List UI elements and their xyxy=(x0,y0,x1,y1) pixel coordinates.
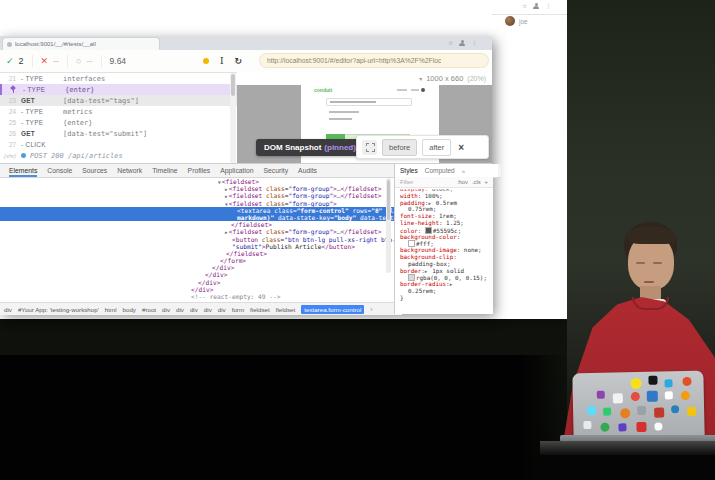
dom-tree-node[interactable]: </fieldset> xyxy=(0,250,394,257)
breadcrumb-item[interactable]: div xyxy=(218,306,226,313)
css-declaration[interactable]: width: 100%; xyxy=(400,193,490,200)
scrollbar-thumb[interactable] xyxy=(387,180,390,220)
profile-icon[interactable] xyxy=(533,3,539,9)
css-declaration[interactable]: display: block; xyxy=(400,189,490,193)
test-command-row[interactable]: 26GET[data-test="submit"] xyxy=(0,128,237,139)
command-log: 21- TYPEinterfaces- TYPE{enter}23GET[dat… xyxy=(0,73,237,163)
line-number: 24 xyxy=(0,108,16,115)
dom-tree-node[interactable]: </div> xyxy=(0,264,394,271)
filter-input[interactable]: Filter xyxy=(400,179,413,185)
dom-tree-node[interactable]: ▶<fieldset class="form-group">…</fieldse… xyxy=(0,185,394,192)
avatar[interactable] xyxy=(505,16,515,26)
reload-icon[interactable]: ↻ xyxy=(235,56,243,66)
dom-tree-node[interactable]: markdown)" data-state-key="body" data-te… xyxy=(0,214,394,221)
star-icon[interactable]: ☆ xyxy=(522,2,527,9)
css-declaration[interactable]: color: #55595c; xyxy=(400,227,490,234)
dom-tree-node[interactable]: </div> xyxy=(0,271,394,278)
more-tabs-icon[interactable]: » xyxy=(462,168,465,174)
dom-tree-node[interactable]: ▶<fieldset class="form-group">…</fieldse… xyxy=(0,192,394,199)
css-declaration[interactable]: 0.75rem; xyxy=(400,206,490,213)
test-command-row[interactable]: 25- TYPE{enter} xyxy=(0,117,237,128)
dom-tree-node[interactable]: <button class="btn btn-lg pull-xs-right … xyxy=(0,236,394,243)
css-declaration[interactable]: 0.25rem; xyxy=(400,288,490,295)
presenter-photo xyxy=(540,0,715,480)
test-command-row[interactable]: 24- TYPEmetrics xyxy=(0,106,237,117)
dom-tree-node[interactable]: ▼<fieldset class="form-group"> xyxy=(0,200,394,207)
viewport-label[interactable]: ▾ 1000 x 660 (20%) xyxy=(419,74,486,83)
star-icon[interactable]: ☆ xyxy=(448,39,453,46)
before-button[interactable]: before xyxy=(382,139,417,156)
css-declaration[interactable]: line-height: 1.25; xyxy=(400,220,490,227)
breadcrumb-item[interactable]: fieldset xyxy=(250,306,270,313)
dom-tree-node[interactable]: </form> xyxy=(0,257,394,264)
devtools-tab-network[interactable]: Network xyxy=(117,164,142,177)
profile-icon[interactable] xyxy=(459,40,465,46)
test-command-row[interactable]: 21- TYPEinterfaces xyxy=(0,73,237,84)
breadcrumb-item[interactable]: div xyxy=(4,306,12,313)
devtools-tab-security[interactable]: Security xyxy=(264,164,289,177)
css-declaration[interactable]: #fff; xyxy=(400,240,490,247)
css-declaration[interactable]: rgba(0, 0, 0, 0.15); xyxy=(400,274,490,281)
dom-tree-node[interactable]: "submit">Publish Article</button> xyxy=(0,243,394,250)
css-declaration[interactable]: border-radius:▶ xyxy=(400,281,490,288)
after-button[interactable]: after xyxy=(422,139,451,156)
devtools-tab-elements[interactable]: Elements xyxy=(9,164,37,177)
breadcrumb-item[interactable]: textarea.form-control xyxy=(301,305,364,314)
devtools-tab-audits[interactable]: Audits xyxy=(298,164,317,177)
test-command-row[interactable]: (xhr)POST 200 /api/articles xyxy=(0,150,237,161)
dom-tree-node[interactable]: <!-- react-empty: 49 --> xyxy=(0,293,394,300)
breadcrumb-item[interactable]: div xyxy=(204,306,212,313)
devtools-tab-profiles[interactable]: Profiles xyxy=(188,164,211,177)
breadcrumb-item[interactable]: #Your App: 'testing-workshop' xyxy=(18,306,99,313)
breadcrumb-item[interactable]: body xyxy=(123,306,136,313)
dom-tree-node[interactable]: ▼<fieldset> xyxy=(0,178,394,185)
breadcrumb-item[interactable]: fieldset xyxy=(276,306,296,313)
breadcrumb-item[interactable]: form xyxy=(232,306,244,313)
presenter-hairline xyxy=(627,226,675,244)
devtools-tab-timeline[interactable]: Timeline xyxy=(152,164,177,177)
menu-icon[interactable]: ⋮ xyxy=(471,39,477,46)
css-declaration[interactable]: background-clip: xyxy=(400,254,490,261)
css-declaration[interactable]: padding-box; xyxy=(400,261,490,268)
css-declaration[interactable]: font-size: 1rem; xyxy=(400,213,490,220)
laptop-sticker xyxy=(597,391,605,399)
laptop-sticker xyxy=(618,423,626,431)
breadcrumb-item[interactable]: #root xyxy=(142,306,156,313)
browser-tab[interactable]: localhost:9001/__/#/tests/__all xyxy=(2,37,160,50)
scrollbar-thumb[interactable] xyxy=(231,74,235,96)
dom-tree-node[interactable]: ▶<fieldset class="form-group">…</fieldse… xyxy=(0,228,394,235)
breadcrumb-item[interactable]: div xyxy=(162,306,170,313)
test-stats: ✓ 2 ✕ -- ○ -- 9.64 xyxy=(6,50,126,72)
css-declaration[interactable]: border:▶ 1px solid xyxy=(400,268,490,275)
selector-playground-icon[interactable]: I xyxy=(220,56,224,66)
css-declaration[interactable]: background-image: none; xyxy=(400,247,490,254)
tab-computed[interactable]: Computed xyxy=(425,167,455,174)
new-rule-button[interactable]: + xyxy=(485,179,488,185)
pseudo-toggle[interactable]: :hov xyxy=(457,179,468,185)
breadcrumb-scroll-icon[interactable]: › xyxy=(370,306,372,313)
breadcrumb: div#Your App: 'testing-workshop'htmlbody… xyxy=(0,302,402,315)
test-command-row[interactable]: 27- CLICK xyxy=(0,139,237,150)
unpin-icon[interactable] xyxy=(362,140,377,155)
dom-tree-node[interactable]: </div> xyxy=(0,279,394,286)
command-name: GET xyxy=(21,97,63,104)
test-command-row[interactable]: - TYPE{enter} xyxy=(0,84,237,95)
tab-styles[interactable]: Styles xyxy=(400,167,418,174)
test-command-row[interactable]: 23GET[data-test="tags"] xyxy=(0,95,237,106)
css-declaration[interactable]: } xyxy=(400,295,490,302)
dom-tree-node[interactable]: <textarea class="form-control" rows="8" … xyxy=(0,207,394,214)
devtools-tab-console[interactable]: Console xyxy=(47,164,72,177)
devtools-tab-application[interactable]: Application xyxy=(220,164,253,177)
dom-tree-node[interactable]: </fieldset> xyxy=(0,221,394,228)
dom-tree-node[interactable]: </div> xyxy=(0,286,394,293)
breadcrumb-item[interactable]: div xyxy=(176,306,184,313)
app-url-bar[interactable]: http://localhost:9001/#/editor?api-url=h… xyxy=(259,53,489,68)
breadcrumb-item[interactable]: html xyxy=(105,306,117,313)
breadcrumb-item[interactable]: div xyxy=(190,306,198,313)
css-declaration[interactable]: padding:▶ 0.5rem xyxy=(400,200,490,207)
close-icon[interactable]: × xyxy=(458,142,464,153)
devtools-tab-sources[interactable]: Sources xyxy=(82,164,107,177)
class-toggle[interactable]: .cls xyxy=(472,179,481,185)
passed-count: 2 xyxy=(19,56,24,66)
css-declaration[interactable]: background-color: xyxy=(400,234,490,241)
